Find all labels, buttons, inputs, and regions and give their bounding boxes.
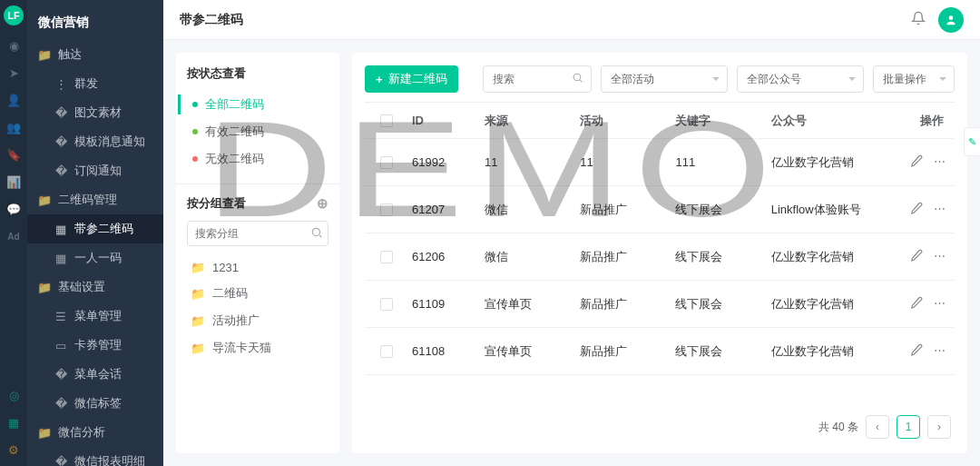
search-icon [310,226,323,242]
rail-wechat-icon[interactable]: 💬 [6,202,21,216]
status-invalid[interactable]: 无效二维码 [189,145,328,173]
folder-item[interactable]: 📁活动推广 [187,307,328,334]
folder-icon: 📁 [38,48,51,61]
cell-source: 宣传单页 [477,296,573,312]
sidebar-item-微信标签[interactable]: �微信标签 [27,389,163,418]
avatar[interactable] [938,7,964,33]
pager-total: 共 40 条 [818,420,858,435]
edit-icon[interactable] [910,343,923,359]
sidebar-item-微信分析[interactable]: 📁微信分析 [27,418,163,447]
rail-users-icon[interactable]: 👥 [6,120,21,134]
rail-send-icon[interactable]: ➤ [6,65,21,80]
rail-chart-icon[interactable]: 📊 [6,174,21,189]
svg-point-2 [573,74,581,81]
sidebar-item-二维码管理[interactable]: 📁二维码管理 [27,185,163,214]
pager-prev-button[interactable]: ‹ [866,415,889,439]
notification-icon[interactable] [911,11,926,28]
logo[interactable]: LF [4,5,24,25]
table-search-input[interactable] [493,73,569,85]
cell-source: 微信 [477,202,573,218]
col-source: 来源 [477,113,573,129]
row-checkbox[interactable] [380,156,393,169]
page-title: 带参二维码 [180,12,243,28]
sidebar-item-label: 微信报表明细 [74,453,145,466]
doc-icon: � [54,135,67,148]
cell-id: 61992 [405,155,477,169]
icon-rail: LF ◉ ➤ 👤 👥 🔖 📊 💬 Ad ◎ ▦ ⚙ [0,0,27,466]
sidebar-item-label: 图文素材 [74,104,122,121]
rail-settings-icon[interactable]: ⚙ [6,442,21,457]
new-qrcode-label: 新建二维码 [388,71,447,87]
cell-keyword: 线下展会 [668,202,763,218]
sidebar-item-带参二维码[interactable]: ▦带参二维码 [27,214,163,243]
folder-item[interactable]: 📁导流卡天猫 [187,334,328,362]
batch-select-label: 批量操作 [883,72,926,87]
activity-select[interactable]: 全部活动 [601,65,728,93]
cell-source: 微信 [477,249,573,265]
group-search-input[interactable] [187,221,328,246]
sidebar-item-一人一码[interactable]: ▦一人一码 [27,243,163,273]
more-icon[interactable]: ⋯ [934,202,946,217]
rail-target-icon[interactable]: ◎ [6,388,21,402]
folder-icon: 📁 [191,287,205,301]
sidebar-item-label: 卡券管理 [74,337,122,353]
folder-item[interactable]: 📁二维码 [187,280,328,307]
sidebar-item-卡券管理[interactable]: ▭卡券管理 [27,331,163,360]
folder-icon: 📁 [38,426,51,439]
more-icon[interactable]: ⋯ [934,343,946,359]
row-checkbox[interactable] [380,203,393,216]
select-all-checkbox[interactable] [380,114,393,127]
table-row: 61992 11 11 111 亿业数字化营销 ⋯ [365,139,955,186]
rail-user-icon[interactable]: 👤 [6,93,21,107]
sidebar-title: 微信营销 [27,9,163,40]
folder-item[interactable]: 📁1231 [187,255,328,280]
sidebar-item-label: 菜单会话 [74,366,122,382]
row-checkbox[interactable] [380,251,393,263]
row-checkbox[interactable] [380,345,393,358]
rail-ad-icon[interactable]: Ad [6,229,21,243]
cell-id: 61108 [405,344,477,358]
row-checkbox[interactable] [380,298,393,311]
edit-icon[interactable] [910,154,923,170]
new-qrcode-button[interactable]: + 新建二维码 [365,65,458,93]
pager-next-button[interactable]: › [927,415,951,439]
sidebar-item-基础设置[interactable]: 📁基础设置 [27,273,163,302]
sidebar-item-菜单管理[interactable]: ☰菜单管理 [27,302,163,331]
sidebar-item-群发[interactable]: ⋮群发 [27,69,163,98]
edit-icon[interactable] [910,249,923,264]
more-icon[interactable]: ⋯ [934,249,946,264]
cell-activity: 11 [573,155,668,169]
more-icon[interactable]: ⋯ [934,296,946,312]
rail-bookmark-icon[interactable]: 🔖 [6,147,21,162]
sidebar-item-label: 订阅通知 [74,163,122,179]
sidebar-item-订阅通知[interactable]: �订阅通知 [27,156,163,185]
more-icon[interactable]: ⋯ [934,154,946,170]
sidebar-item-图文素材[interactable]: �图文素材 [27,98,163,127]
table-row: 61207 微信 新品推广 线下展会 Linkflow体验账号 ⋯ [365,186,955,233]
edit-icon[interactable] [910,202,923,217]
rail-dashboard-icon[interactable]: ◉ [6,38,21,53]
status-valid[interactable]: 有效二维码 [189,118,328,145]
add-group-icon[interactable]: ⊕ [317,195,328,212]
batch-select[interactable]: 批量操作 [873,65,955,93]
edit-icon[interactable] [910,296,923,312]
cell-source: 宣传单页 [477,343,573,360]
cell-keyword: 线下展会 [668,296,763,312]
rail-grid-icon[interactable]: ▦ [6,415,21,430]
cell-id: 61109 [405,297,477,311]
sidebar-item-模板消息通知[interactable]: �模板消息通知 [27,127,163,156]
svg-point-1 [312,228,319,235]
sidebar-item-触达[interactable]: 📁触达 [27,40,163,69]
float-feedback-icon[interactable]: ✎ [964,127,980,156]
status-all[interactable]: 全部二维码 [189,91,328,118]
sidebar-item-label: 微信分析 [58,424,105,441]
pager-page-1[interactable]: 1 [897,415,920,439]
sidebar-item-微信报表明细[interactable]: �微信报表明细 [27,447,163,466]
col-id: ID [405,114,477,127]
sidebar-item-菜单会话[interactable]: �菜单会话 [27,360,163,389]
cell-keyword: 111 [668,155,763,169]
bell-icon: � [54,164,67,177]
account-select[interactable]: 全部公众号 [737,65,864,93]
table-row: 61206 微信 新品推广 线下展会 亿业数字化营销 ⋯ [365,233,955,281]
pager: 共 40 条 ‹ 1 › [365,406,955,441]
